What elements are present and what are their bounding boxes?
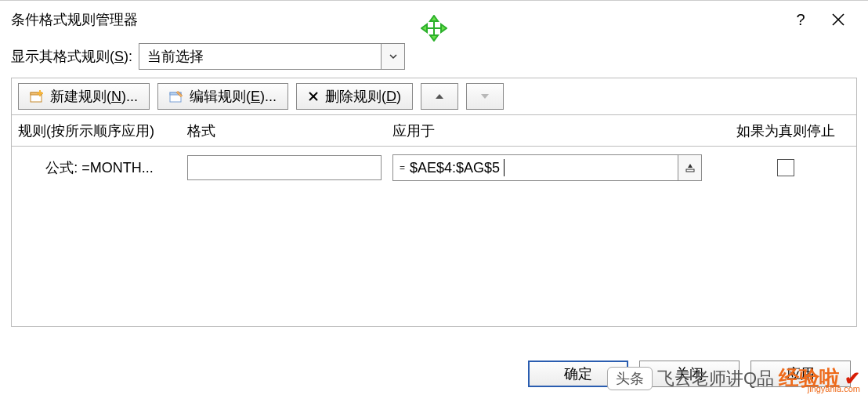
text-caret [504,159,505,176]
delete-rule-button[interactable]: 删除规则(D) [296,83,413,110]
apply-button[interactable]: 应用 [750,361,851,387]
close-button[interactable] [819,13,857,27]
edit-rule-icon [169,90,183,103]
svg-marker-18 [436,94,443,99]
new-rule-button[interactable]: 新建规则(N)... [18,83,150,110]
delete-rule-icon [308,91,319,102]
apply-cell: = $AE$4:$AG$5 [386,154,715,181]
show-rules-for-label: 显示其格式规则(S): [11,47,132,66]
header-rule: 规则(按所示顺序应用) [12,121,181,140]
applies-to-value: $AE$4:$AG$5 [410,160,500,176]
svg-marker-19 [481,94,489,99]
svg-marker-2 [430,16,438,21]
svg-marker-4 [421,24,427,32]
new-rule-icon [30,90,44,103]
format-cell [181,155,386,180]
svg-marker-5 [441,24,447,32]
svg-rect-11 [37,92,43,94]
chevron-down-icon[interactable] [381,44,404,69]
close-dialog-button[interactable]: 关闭 [639,361,740,387]
help-button[interactable]: ? [782,11,819,29]
show-rules-for-combo[interactable]: 当前选择 [139,43,405,70]
svg-marker-3 [430,35,438,41]
move-down-icon [480,89,490,105]
close-icon [831,13,845,27]
header-stop: 如果为真则停止 [715,121,856,140]
dialog-footer: 确定 关闭 应用 [0,353,868,395]
move-up-button[interactable] [421,83,458,110]
svg-marker-21 [688,164,693,168]
rules-header-row: 规则(按所示顺序应用) 格式 应用于 如果为真则停止 [12,115,856,147]
edit-rule-button[interactable]: 编辑规则(E)... [157,83,288,110]
header-apply: 应用于 [386,121,715,140]
move-cursor-icon [421,15,447,45]
stop-cell [715,159,856,176]
dialog-window: 条件格式规则管理器 ? 显示其格式规则(S): 当前选 [0,0,868,395]
stop-if-true-checkbox[interactable] [777,159,794,176]
applies-to-input[interactable]: = $AE$4:$AG$5 [392,154,702,181]
svg-rect-20 [686,169,694,172]
combo-selected-text: 当前选择 [139,47,381,66]
rule-row[interactable]: 公式: =MONTH... = $AE$4:$AG$5 [12,147,856,189]
format-preview [187,155,382,180]
rules-panel: 新建规则(N)... 编辑规则(E)... [11,78,857,327]
collapse-range-icon[interactable] [678,155,701,180]
header-format: 格式 [181,121,386,140]
rule-cell: 公式: =MONTH... [12,158,181,177]
window-title: 条件格式规则管理器 [11,10,138,29]
rules-toolbar: 新建规则(N)... 编辑规则(E)... [12,78,856,115]
ok-button[interactable]: 确定 [528,361,628,387]
move-up-icon [435,89,444,105]
move-down-button[interactable] [466,83,504,110]
